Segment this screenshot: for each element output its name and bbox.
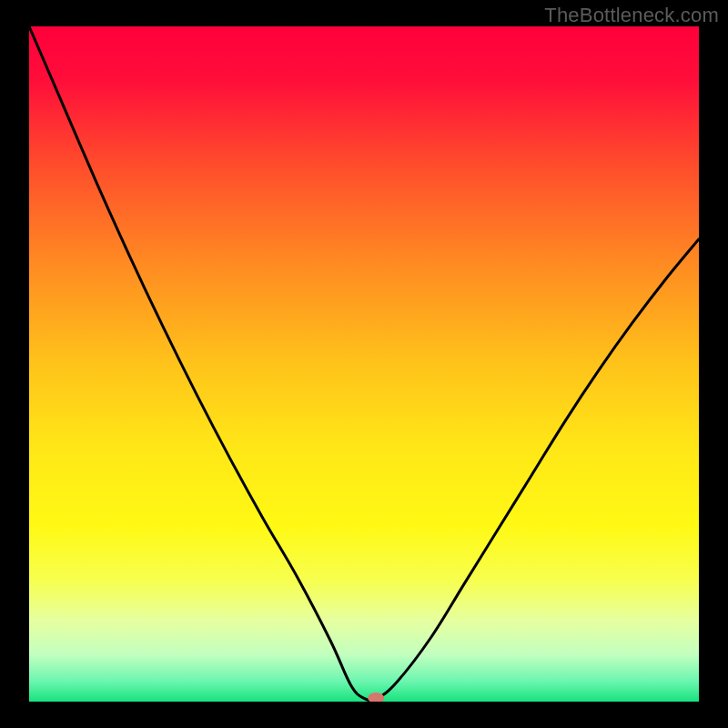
chart-frame: TheBottleneck.com <box>0 0 728 728</box>
gradient-background <box>29 26 699 702</box>
plot-svg <box>29 26 699 702</box>
watermark-text: TheBottleneck.com <box>544 4 719 27</box>
plot-area <box>29 26 699 702</box>
